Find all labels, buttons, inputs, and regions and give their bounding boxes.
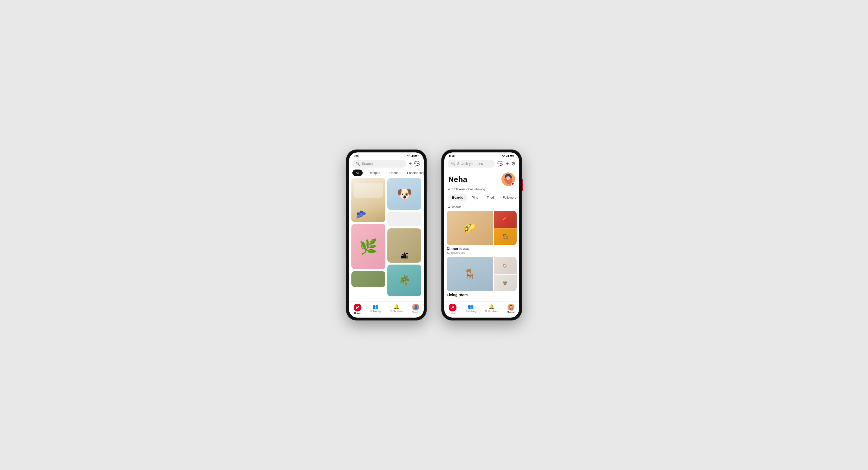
- pin-palm[interactable]: 🌴: [387, 264, 421, 296]
- board-dinner-title: Dinner ideas: [447, 247, 517, 251]
- nav-following-label-1: Following: [370, 310, 381, 313]
- nav-following-label-2: Following: [466, 310, 476, 313]
- filter-decor[interactable]: Decor: [386, 169, 401, 176]
- board-living-main: 🪑: [447, 257, 493, 291]
- pinterest-logo-2: P: [449, 304, 457, 311]
- nav-home-1[interactable]: P Home: [353, 304, 362, 315]
- board-living-title: Living room: [447, 293, 517, 297]
- board-dinner-tr: 🍅: [494, 211, 517, 228]
- status-icons-2: [502, 155, 514, 157]
- svg-rect-1: [418, 156, 419, 156]
- nav-notifications-2[interactable]: 🔔 Notifications: [485, 304, 498, 315]
- add-icon-1[interactable]: +: [409, 161, 412, 166]
- followers-count: 487 followers: [448, 188, 466, 191]
- board-living-tr: 🏠: [494, 257, 517, 274]
- p-letter: P: [356, 305, 359, 310]
- tab-tried[interactable]: Tried: [483, 194, 498, 201]
- pin-grid-1: 🫐 🌿 🐶 🏙 🌴: [349, 178, 424, 302]
- phone-2: 8:08: [441, 150, 522, 320]
- pin-plant[interactable]: 🌿: [351, 224, 385, 269]
- filter-fashion[interactable]: Fashion insp: [404, 169, 424, 176]
- search-placeholder-1: Search: [362, 162, 373, 166]
- add-icon-2[interactable]: +: [506, 161, 509, 166]
- saved-avatar-svg: [507, 304, 515, 311]
- pin-col-right: 🐶 🏙 🌴: [387, 178, 421, 302]
- profile-tabs: Boards Pins Tried Followers: [448, 194, 515, 201]
- saved-avatar-1: 👤: [412, 304, 419, 311]
- board-dinner-ideas[interactable]: 🌮 🍅 🥘 Dinner ideas 12 minutes ago: [444, 211, 519, 257]
- nav-home-label-1: Home: [354, 312, 361, 315]
- nav-notifications-label-2: Notifications: [485, 310, 498, 313]
- nav-home-2[interactable]: P Home: [449, 304, 457, 315]
- p-letter-2: P: [451, 305, 454, 310]
- bottom-nav-2: P Home 👥 Following 🔔 Notifications: [444, 302, 519, 318]
- pin-building[interactable]: 🏙: [387, 228, 421, 262]
- nav-saved-2[interactable]: Saved: [507, 304, 515, 315]
- top-bar-1: 🔍 Search + 💬: [349, 158, 424, 169]
- pinterest-logo-1: P: [353, 304, 362, 311]
- bottom-nav-1: P Home 👥 Following 🔔 Notifications 👤 Sav…: [349, 302, 424, 318]
- profile-header: Neha: [444, 169, 519, 206]
- search-bar-2[interactable]: 🔍 Search your pins: [448, 160, 495, 167]
- nav-following-2[interactable]: 👥 Following: [466, 304, 476, 315]
- signal-icon-2: [506, 155, 509, 157]
- profile-content: Neha: [444, 169, 519, 302]
- boards-count: 49 boards: [444, 206, 519, 209]
- saved-avatar-2: [507, 304, 515, 311]
- status-icons-1: [406, 155, 419, 157]
- settings-icon-2[interactable]: ⚙: [511, 161, 516, 166]
- profile-avatar[interactable]: ✓: [501, 173, 515, 186]
- search-placeholder-2: Search your pins: [457, 162, 483, 166]
- board-dinner-mosaic: 🌮 🍅 🥘: [447, 211, 517, 245]
- board-dinner-br: 🥘: [494, 228, 517, 245]
- filter-bar-1: All Recipes Decor Fashion insp: [349, 169, 424, 178]
- following-icon-2: 👥: [468, 304, 474, 310]
- nav-notifications-1[interactable]: 🔔 Notifications: [390, 304, 403, 315]
- filter-all[interactable]: All: [352, 169, 363, 176]
- pin-blank[interactable]: [387, 212, 421, 226]
- stats-separator: ·: [466, 188, 468, 191]
- wifi-icon-2: [502, 155, 505, 157]
- status-bar-2: 8:08: [444, 152, 519, 158]
- tab-followers[interactable]: Followers: [499, 194, 519, 201]
- search-icon-1: 🔍: [356, 162, 360, 166]
- phone-1-screen: 8:08: [349, 152, 424, 318]
- pin-food[interactable]: 🫐: [351, 178, 385, 222]
- top-bar-2: 🔍 Search your pins 💬 + ⚙: [444, 158, 519, 169]
- nav-following-1[interactable]: 👥 Following: [370, 304, 381, 315]
- phone-2-screen: 8:08: [444, 152, 519, 318]
- following-icon-1: 👥: [372, 304, 378, 310]
- message-icon-1[interactable]: 💬: [414, 161, 420, 166]
- filter-recipes[interactable]: Recipes: [365, 169, 383, 176]
- pin-col-left: 🫐 🌿: [351, 178, 385, 302]
- time-2: 8:08: [449, 154, 455, 157]
- board-living-mosaic: 🪑 🏠 🪴: [447, 257, 517, 291]
- battery-icon-2: [510, 155, 514, 157]
- nav-saved-1[interactable]: 👤 Saved: [412, 304, 419, 315]
- nav-notifications-label-1: Notifications: [390, 310, 403, 313]
- tab-boards[interactable]: Boards: [448, 194, 467, 201]
- board-living-room[interactable]: 🪑 🏠 🪴 Living room: [444, 257, 519, 300]
- profile-name: Neha: [448, 175, 467, 184]
- verified-badge: ✓: [511, 182, 515, 186]
- board-living-br: 🪴: [494, 275, 517, 291]
- message-icon-2[interactable]: 💬: [497, 161, 503, 166]
- following-count: 224 following: [468, 188, 485, 191]
- board-dinner-time: 12 minutes ago: [447, 251, 517, 254]
- pin-textile[interactable]: [351, 271, 385, 287]
- tab-pins[interactable]: Pins: [468, 194, 482, 201]
- phone-1: 8:08: [346, 150, 427, 320]
- notifications-icon-1: 🔔: [394, 304, 400, 310]
- board-dinner-main: 🌮: [447, 211, 493, 245]
- nav-saved-label-1: Saved: [412, 311, 419, 314]
- search-bar-1[interactable]: 🔍 Search: [352, 160, 406, 167]
- pin-dog[interactable]: 🐶: [387, 178, 421, 210]
- nav-home-label-2: Home: [450, 312, 456, 315]
- nav-saved-label-2: Saved: [507, 311, 515, 314]
- signal-icon: [411, 155, 413, 157]
- wifi-icon: [406, 155, 410, 157]
- svg-rect-5: [510, 155, 513, 157]
- svg-rect-4: [514, 156, 514, 156]
- profile-name-row: Neha: [448, 173, 515, 186]
- time-1: 8:08: [354, 154, 359, 157]
